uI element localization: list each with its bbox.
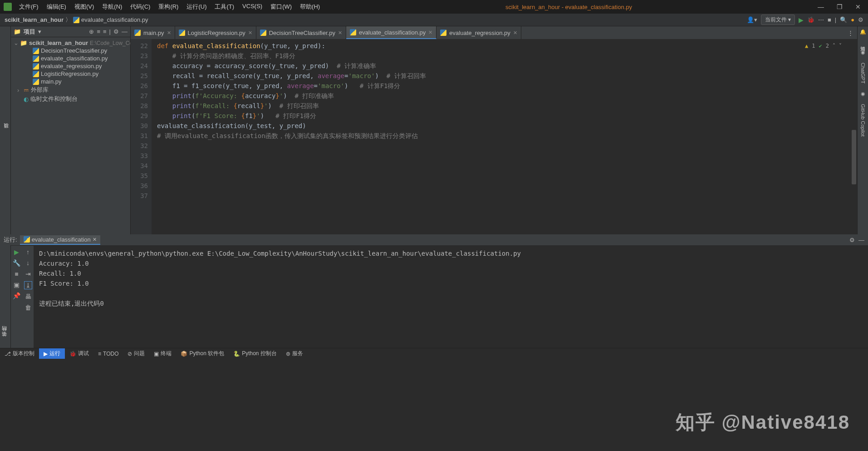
tree-root[interactable]: ⌄ 📁 scikit_learn_an_hour E:\Code_Low_Con	[11, 39, 130, 47]
vcs-icon: ⎇	[5, 351, 11, 357]
hide-panel-icon[interactable]: —	[122, 28, 128, 35]
notifications-tab[interactable]: 通知	[858, 40, 867, 45]
close-tab-icon[interactable]: ✕	[338, 30, 342, 36]
tree-file[interactable]: DecisionTreeClassifier.py	[11, 47, 130, 55]
copilot-tab[interactable]: GitHub Copilot	[859, 101, 867, 139]
menu-refactor[interactable]: 重构(R)	[155, 1, 182, 13]
hide-run-panel-icon[interactable]: —	[858, 237, 864, 243]
minimize-button[interactable]: —	[814, 2, 828, 11]
rerun-icon[interactable]: ▶	[14, 248, 19, 256]
editor-tab[interactable]: DecisionTreeClassifier.py✕	[256, 26, 346, 39]
tabs-more-icon[interactable]: ⋮	[844, 26, 857, 39]
run-config-selector[interactable]: 当前文件 ▾	[761, 15, 795, 25]
inspection-widget[interactable]: ▲1 ✔2 ˄ ˅	[805, 41, 842, 51]
soft-wrap-icon[interactable]: ⇥	[25, 270, 31, 278]
trash-icon[interactable]: 🗑	[25, 304, 31, 311]
user-icon[interactable]: 👤▾	[747, 16, 757, 23]
status-services[interactable]: ⊚服务	[281, 348, 308, 359]
run-output[interactable]: D:\miniconda\envs\general_python\python.…	[34, 246, 868, 348]
wrench-icon[interactable]: 🔧	[13, 259, 20, 267]
watermark: 知乎 @Native8418	[670, 410, 850, 435]
pin-icon[interactable]: 📌	[13, 292, 20, 299]
separator: |	[109, 28, 111, 35]
chatgpt-icon[interactable]: ◉	[861, 50, 865, 55]
up-icon[interactable]: ↑	[26, 248, 29, 256]
tree-file[interactable]: evaluate_classification.py	[11, 55, 130, 62]
close-run-tab-icon[interactable]: ✕	[93, 237, 97, 243]
tree-file[interactable]: main.py	[11, 78, 130, 85]
tree-file[interactable]: evaluate_regression.py	[11, 62, 130, 70]
status-vcs[interactable]: ⎇版本控制	[0, 348, 39, 359]
chatgpt-tab[interactable]: ChatGPT	[859, 60, 867, 86]
status-debug[interactable]: 🐞调试	[65, 348, 93, 359]
run-settings-icon[interactable]: ⚙	[849, 237, 855, 243]
search-icon[interactable]: 🔍	[840, 16, 847, 23]
dropdown-icon[interactable]: ▾	[38, 28, 41, 35]
menu-view[interactable]: 视图(V)	[71, 1, 98, 13]
status-pyconsole[interactable]: 🐍Python 控制台	[229, 348, 281, 359]
collapse-all-icon[interactable]: ≡	[103, 28, 107, 35]
stop-button[interactable]: ■	[828, 16, 831, 23]
editor-tab[interactable]: LogisticRegression.py✕	[175, 26, 256, 39]
scroll-end-icon[interactable]: ⤓	[24, 281, 32, 289]
console-icon: 🐍	[233, 351, 240, 357]
code-editor[interactable]: 22232425262728293031323334353637 ▲1 ✔2 ˄…	[131, 39, 857, 234]
select-opened-icon[interactable]: ⊕	[89, 28, 94, 35]
expand-all-icon[interactable]: ≡	[97, 28, 100, 35]
bookmarks-tab[interactable]: 书签	[0, 338, 10, 343]
notifications-icon[interactable]: 🔔	[860, 29, 866, 35]
down-icon[interactable]: ↓	[26, 259, 29, 267]
run-button[interactable]: ▶	[799, 16, 804, 24]
editor-scrollbar[interactable]	[851, 39, 857, 234]
status-problems[interactable]: ⊘问题	[123, 348, 149, 359]
line-gutter: 22232425262728293031323334353637	[131, 39, 152, 234]
close-button[interactable]: ✕	[852, 2, 864, 11]
status-terminal[interactable]: ▣终端	[149, 348, 176, 359]
scroll-thumb[interactable]	[852, 130, 856, 184]
menu-file[interactable]: 文件(F)	[15, 1, 42, 13]
menu-vcs[interactable]: VCS(S)	[239, 1, 266, 13]
close-tab-icon[interactable]: ✕	[167, 30, 171, 36]
editor-tab-active[interactable]: evaluate_classification.py✕	[346, 26, 436, 39]
nav-up-icon[interactable]: ˄	[833, 41, 835, 51]
settings-icon[interactable]: ⚙	[858, 16, 863, 23]
copilot-icon[interactable]: ◉	[861, 91, 865, 97]
print-icon[interactable]: 🖶	[25, 293, 31, 300]
code-content[interactable]: ▲1 ✔2 ˄ ˅ def evaluate_classification(y_…	[152, 39, 851, 234]
python-file-icon	[33, 79, 39, 85]
menu-navigate[interactable]: 导航(N)	[98, 1, 126, 13]
debug-button[interactable]: 🐞	[807, 16, 814, 23]
layout-icon[interactable]: ▣	[14, 281, 20, 288]
menu-tools[interactable]: 工具(T)	[211, 1, 238, 13]
close-tab-icon[interactable]: ✕	[513, 30, 517, 36]
status-todo[interactable]: ≡TODO	[93, 348, 123, 359]
menu-edit[interactable]: 编辑(E)	[43, 1, 70, 13]
tree-external-libs[interactable]: ›𝌁外部库	[11, 85, 130, 94]
stop-icon[interactable]: ■	[15, 270, 18, 278]
project-panel-header: 📁 项目 ▾ ⊕ ≡ ≡ | ⚙ —	[11, 26, 130, 37]
tree-file-name: evaluate_regression.py	[41, 63, 102, 69]
status-run[interactable]: ▶运行	[39, 348, 65, 359]
tree-file[interactable]: LogisticRegression.py	[11, 70, 130, 78]
editor-tab[interactable]: main.py✕	[131, 26, 175, 39]
run-panel-tab[interactable]: evaluate_classification ✕	[20, 235, 100, 245]
maximize-button[interactable]: ❐	[833, 2, 846, 11]
status-pypkg[interactable]: 📦Python 软件包	[176, 348, 229, 359]
menu-window[interactable]: 窗口(W)	[267, 1, 295, 13]
editor-tab[interactable]: evaluate_regression.py✕	[436, 26, 521, 39]
project-tool-tab[interactable]: 项目	[2, 29, 10, 234]
menu-help[interactable]: 帮助(H)	[296, 1, 324, 13]
settings-gear-icon[interactable]: ⚙	[113, 28, 119, 35]
close-tab-icon[interactable]: ✕	[428, 30, 432, 35]
structure-tab[interactable]: 结构	[0, 332, 10, 338]
tree-scratches[interactable]: ◐临时文件和控制台	[11, 94, 130, 104]
nav-down-icon[interactable]: ˅	[839, 41, 842, 51]
more-run-icon[interactable]: ⋯	[818, 16, 824, 23]
scratch-icon: ◐	[24, 96, 29, 103]
close-tab-icon[interactable]: ✕	[248, 30, 252, 36]
breadcrumb[interactable]: scikit_learn_an_hour 〉 evaluate_classifi…	[5, 16, 148, 24]
menu-run[interactable]: 运行(U)	[183, 1, 210, 13]
menu-code[interactable]: 代码(C)	[127, 1, 154, 13]
python-file-icon	[73, 17, 79, 23]
avatar-icon[interactable]: ●	[851, 16, 854, 23]
